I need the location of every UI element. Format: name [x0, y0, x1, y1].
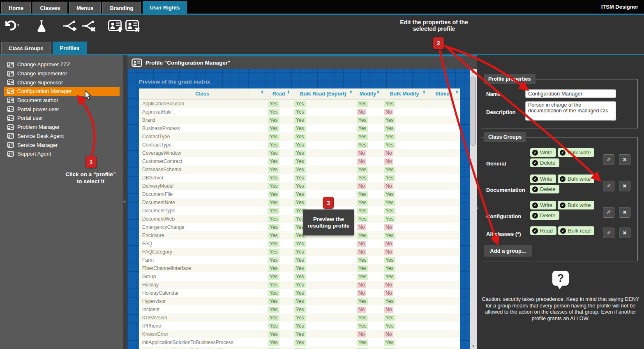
sidebar-item-configuration-manager[interactable]: Configuration Manager — [4, 87, 120, 96]
grant-add-icon[interactable] — [62, 20, 77, 32]
sub-tab-class-groups[interactable]: Class Groups — [1, 42, 51, 54]
name-field[interactable] — [525, 89, 616, 98]
column-header-class[interactable]: Class▲▼ — [139, 88, 265, 99]
grant-value-badge: Yes — [268, 323, 279, 329]
check-icon: ✔ — [560, 150, 566, 156]
nav-tab-user-rights[interactable]: User Rights — [143, 1, 187, 14]
grant-badge-write: ✔Write — [530, 174, 556, 183]
grant-value-cell: No — [354, 241, 381, 247]
profile-add-icon[interactable] — [108, 20, 123, 33]
class-name-cell: FiberChannelInterface — [139, 265, 265, 271]
edit-group-button[interactable]: ✎ — [603, 154, 614, 165]
grant-value-badge: No — [357, 290, 366, 296]
collapse-left-icon[interactable]: « — [123, 199, 126, 203]
edit-group-button[interactable]: ✎ — [603, 228, 614, 238]
resize-grip-icon[interactable] — [614, 119, 615, 119]
sort-icon[interactable]: ▲▼ — [377, 90, 379, 94]
undo-icon[interactable] — [4, 20, 16, 31]
grant-value-cell: Yes — [381, 340, 427, 346]
column-header-label: Modify — [360, 91, 376, 97]
grant-value-cell: Yes — [292, 348, 354, 349]
class-name-cell: FAQ — [139, 241, 265, 247]
grant-value-cell: Yes — [292, 257, 354, 263]
column-header-modify[interactable]: Modify▲▼ — [354, 88, 381, 99]
grant-value-cell: Yes — [292, 265, 354, 272]
profile-remove-icon[interactable] — [125, 20, 141, 33]
add-group-button[interactable]: Add a group... — [484, 245, 532, 256]
grant-value-cell: No — [354, 290, 381, 296]
test-flask-icon[interactable] — [36, 20, 47, 32]
sort-icon[interactable]: ▲▼ — [456, 90, 458, 94]
undo-dropdown-caret-icon[interactable]: ▾ — [17, 23, 19, 27]
scrollbar-thumb[interactable] — [471, 77, 476, 146]
grant-value-badge: No — [384, 290, 393, 296]
column-header-stimuli[interactable]: Stimuli▲▼ — [427, 88, 460, 99]
remove-group-button[interactable]: ✖ — [619, 154, 630, 165]
sub-tab-profiles[interactable]: Profiles — [53, 42, 87, 54]
profile-card-icon — [7, 115, 14, 121]
sort-icon[interactable]: ▲▼ — [287, 90, 290, 94]
collapse-right-icon[interactable]: » — [476, 206, 478, 210]
sort-icon[interactable]: ▲▼ — [261, 90, 263, 94]
sidebar-item-portal-user[interactable]: Portal user — [4, 114, 120, 123]
check-icon: ✔ — [532, 186, 538, 192]
table-body: ApplicationSolutionYesYesYesYesApprovalR… — [139, 100, 460, 349]
class-groups-legend: Class Groups — [484, 132, 526, 142]
class-name-cell: ContractType — [139, 142, 265, 148]
sidebar-item-service-manager[interactable]: Service Manager — [4, 140, 120, 149]
remove-group-button[interactable]: ✖ — [619, 207, 630, 218]
remove-group-button[interactable]: ✖ — [619, 181, 630, 191]
sidebar-item-change-supervisor[interactable]: Change Supervisor — [4, 78, 120, 87]
check-icon: ✔ — [560, 202, 566, 208]
grant-value-cell: Yes — [354, 175, 381, 181]
profile-item-label: Change Implementor — [17, 70, 67, 77]
column-header-bulk-read-export[interactable]: Bulk Read (Export)▲▼ — [292, 88, 354, 99]
nav-tab-branding[interactable]: Branding — [102, 2, 141, 14]
grant-value-badge: Yes — [294, 175, 306, 181]
description-field[interactable]: Person in charge of the documentation of… — [525, 101, 616, 121]
grant-remove-icon[interactable] — [81, 20, 96, 32]
sidebar-item-document-author[interactable]: Document author — [4, 96, 120, 105]
grant-value-cell: Yes — [265, 274, 292, 280]
grant-value-cell: Yes — [381, 200, 427, 206]
remove-group-button[interactable]: ✖ — [619, 228, 630, 238]
scroll-up-icon[interactable]: ▲ — [470, 70, 477, 74]
edit-group-button[interactable]: ✎ — [603, 181, 614, 191]
sidebar-item-portal-power-user[interactable]: Portal power user — [4, 105, 120, 114]
grant-value-badge: Yes — [294, 101, 306, 107]
grant-value-cell: Yes — [292, 117, 354, 123]
sort-icon[interactable]: ▲▼ — [350, 90, 352, 94]
sort-icon[interactable]: ▲▼ — [423, 90, 425, 94]
grant-value-badge: Yes — [294, 241, 306, 247]
grant-value-badge: Yes — [294, 348, 306, 349]
grant-value-badge: No — [384, 158, 393, 165]
nav-tab-home[interactable]: Home — [1, 2, 31, 14]
sidebar-item-change-implementor[interactable]: Change Implementor — [4, 69, 120, 78]
sidebar-item-change-approver-zzz[interactable]: Change Approver ZZZ — [4, 60, 120, 69]
sidebar-item-support-agent[interactable]: Support Agent — [4, 149, 120, 158]
sidebar-item-service-desk-agent[interactable]: Service Desk Agent — [4, 132, 120, 141]
grant-value-badge: Yes — [268, 282, 279, 288]
grant-value-cell: Yes — [265, 265, 292, 272]
grant-value-badge: No — [384, 282, 393, 288]
class-group-name: Configuration — [486, 213, 521, 219]
column-header-read[interactable]: Read▲▼ — [265, 88, 292, 99]
grant-value-cell: Yes — [381, 216, 427, 222]
nav-tab-classes[interactable]: Classes — [32, 2, 67, 14]
class-name-cell: ApplicationSolution — [139, 101, 265, 107]
grant-value-cell: Yes — [265, 323, 292, 329]
column-header-bulk-modify[interactable]: Bulk Modify▲▼ — [381, 88, 427, 99]
nav-tab-menus[interactable]: Menus — [69, 2, 101, 14]
grant-value-badge: Yes — [268, 101, 279, 107]
profile-card-icon — [132, 58, 142, 67]
profile-item-label: Portal power user — [17, 106, 59, 112]
table-row: BrandYesYesYesYes — [139, 116, 460, 124]
edit-group-button[interactable]: ✎ — [603, 207, 614, 218]
profile-properties-legend: Profile properties — [484, 74, 536, 84]
grant-value-cell: Yes — [381, 101, 427, 107]
sidebar-item-problem-manager[interactable]: Problem Manager — [4, 123, 120, 132]
scroll-down-icon[interactable]: ▼ — [470, 344, 477, 348]
grant-value-badge: Yes — [357, 142, 368, 148]
column-header-label: Class — [195, 91, 209, 97]
grant-value-cell: Yes — [292, 158, 354, 165]
